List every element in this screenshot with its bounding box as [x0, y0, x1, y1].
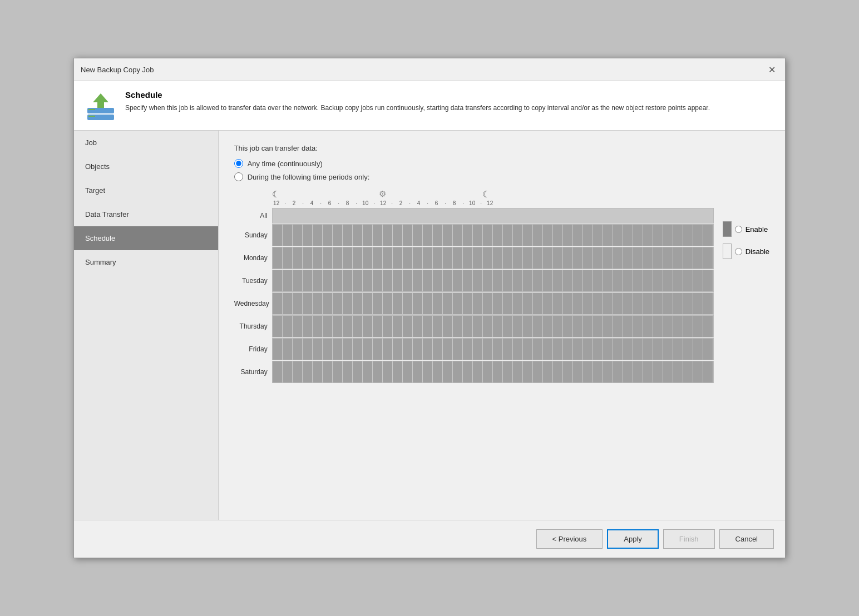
time-cell[interactable] — [283, 225, 293, 246]
previous-button[interactable]: < Previous — [536, 529, 603, 549]
time-cell[interactable] — [433, 270, 443, 291]
time-cell[interactable] — [663, 316, 673, 337]
time-cell[interactable] — [523, 361, 533, 382]
time-cell[interactable] — [583, 361, 593, 382]
sidebar-item-schedule[interactable]: Schedule — [74, 226, 218, 250]
time-cell[interactable] — [363, 247, 373, 269]
time-cell[interactable] — [363, 316, 373, 337]
time-cell[interactable] — [433, 361, 443, 382]
time-cell[interactable] — [553, 361, 563, 382]
time-cell[interactable] — [643, 316, 653, 337]
time-cell[interactable] — [533, 208, 543, 223]
time-cell[interactable] — [473, 225, 483, 246]
time-cell[interactable] — [303, 270, 313, 291]
time-cell[interactable] — [623, 225, 633, 246]
time-cell[interactable] — [393, 339, 403, 360]
time-cell[interactable] — [533, 225, 543, 246]
time-cell[interactable] — [383, 339, 393, 360]
time-cell[interactable] — [343, 361, 353, 382]
time-cell[interactable] — [553, 270, 563, 291]
time-cell[interactable] — [623, 339, 633, 360]
time-cell[interactable] — [573, 247, 583, 269]
time-cell[interactable] — [703, 339, 713, 360]
time-cell[interactable] — [483, 270, 493, 291]
time-cell[interactable] — [583, 208, 593, 223]
time-cell[interactable] — [643, 293, 653, 314]
time-cell[interactable] — [493, 361, 503, 382]
time-cell[interactable] — [593, 339, 603, 360]
time-cell[interactable] — [293, 225, 303, 246]
sidebar-item-target[interactable]: Target — [74, 178, 218, 202]
time-cell[interactable] — [483, 293, 493, 314]
time-cell[interactable] — [463, 293, 473, 314]
close-button[interactable]: ✕ — [765, 63, 778, 76]
time-cell[interactable] — [583, 270, 593, 291]
time-cell[interactable] — [673, 361, 683, 382]
time-cell[interactable] — [533, 339, 543, 360]
time-cell[interactable] — [513, 361, 523, 382]
time-cell[interactable] — [383, 361, 393, 382]
time-cell[interactable] — [463, 247, 473, 269]
time-cell[interactable] — [363, 361, 373, 382]
time-cell[interactable] — [653, 293, 663, 314]
time-cell[interactable] — [493, 225, 503, 246]
time-cell[interactable] — [623, 361, 633, 382]
time-cell[interactable] — [273, 293, 283, 314]
time-cell[interactable] — [323, 208, 333, 223]
time-cell[interactable] — [423, 225, 433, 246]
time-cell[interactable] — [473, 339, 483, 360]
time-cell[interactable] — [343, 293, 353, 314]
time-cell[interactable] — [693, 293, 703, 314]
time-cell[interactable] — [293, 361, 303, 382]
time-cell[interactable] — [363, 225, 373, 246]
time-cell[interactable] — [363, 270, 373, 291]
time-cell[interactable] — [363, 339, 373, 360]
time-cell[interactable] — [363, 208, 373, 223]
time-cell[interactable] — [323, 293, 333, 314]
time-cell[interactable] — [543, 339, 553, 360]
time-cell[interactable] — [593, 270, 603, 291]
time-cell[interactable] — [673, 270, 683, 291]
time-cell[interactable] — [273, 316, 283, 337]
time-cell[interactable] — [323, 339, 333, 360]
sidebar-item-summary[interactable]: Summary — [74, 250, 218, 274]
time-cell[interactable] — [283, 208, 293, 223]
time-cell[interactable] — [603, 270, 613, 291]
time-cell[interactable] — [453, 293, 463, 314]
time-cell[interactable] — [603, 293, 613, 314]
time-cell[interactable] — [283, 293, 293, 314]
time-cell[interactable] — [433, 316, 443, 337]
time-cell[interactable] — [323, 225, 333, 246]
time-cell[interactable] — [303, 225, 313, 246]
time-cell[interactable] — [463, 270, 473, 291]
time-cell[interactable] — [473, 247, 483, 269]
apply-button[interactable]: Apply — [607, 529, 659, 549]
time-cell[interactable] — [313, 293, 323, 314]
time-cell[interactable] — [573, 293, 583, 314]
time-cell[interactable] — [473, 208, 483, 223]
time-cell[interactable] — [423, 361, 433, 382]
time-cell[interactable] — [423, 270, 433, 291]
time-cell[interactable] — [653, 339, 663, 360]
time-cell[interactable] — [473, 270, 483, 291]
time-cell[interactable] — [573, 225, 583, 246]
time-cell[interactable] — [643, 339, 653, 360]
time-cell[interactable] — [483, 247, 493, 269]
radio-anytime[interactable]: Any time (continuously) — [234, 159, 769, 168]
time-cell[interactable] — [323, 270, 333, 291]
time-cell[interactable] — [533, 270, 543, 291]
sidebar-item-objects[interactable]: Objects — [74, 155, 218, 178]
time-cell[interactable] — [303, 361, 313, 382]
time-cell[interactable] — [583, 293, 593, 314]
time-cell[interactable] — [413, 339, 423, 360]
time-cell[interactable] — [313, 208, 323, 223]
time-cell[interactable] — [613, 270, 623, 291]
time-cell[interactable] — [593, 225, 603, 246]
time-cell[interactable] — [703, 361, 713, 382]
time-cell[interactable] — [553, 339, 563, 360]
time-cell[interactable] — [323, 247, 333, 269]
time-cell[interactable] — [483, 225, 493, 246]
time-cell[interactable] — [473, 316, 483, 337]
time-cell[interactable] — [573, 270, 583, 291]
time-cell[interactable] — [603, 361, 613, 382]
